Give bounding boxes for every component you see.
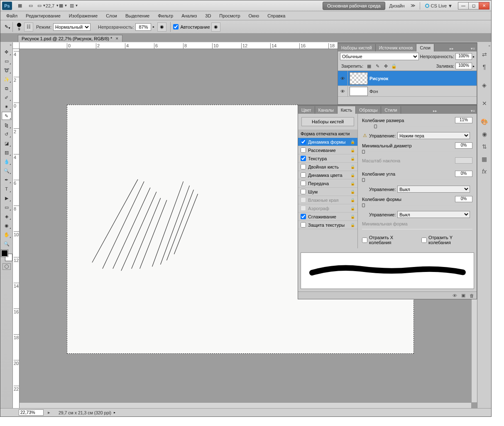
roundness-jitter-value[interactable]: 0% bbox=[455, 196, 472, 202]
tab-styles[interactable]: Стили bbox=[381, 106, 401, 114]
min-diameter-value[interactable]: 0% bbox=[455, 142, 472, 149]
lock-all-icon[interactable]: 🔒 bbox=[391, 63, 397, 69]
extras-dropdown[interactable]: ▥▼ bbox=[69, 2, 78, 10]
angle-control-select[interactable]: Выкл bbox=[397, 186, 470, 193]
brush-category-item[interactable]: Влажные края🔒 bbox=[298, 196, 357, 204]
size-jitter-value[interactable]: 11% bbox=[455, 117, 472, 123]
tool-preset-dropdown[interactable]: ✎▼ bbox=[5, 24, 8, 29]
3d-tool[interactable]: ◈ bbox=[2, 212, 12, 220]
styles-icon[interactable]: fx bbox=[479, 166, 490, 176]
menu-analysis[interactable]: Анализ bbox=[177, 12, 201, 19]
crop-tool[interactable]: ⧉ bbox=[2, 84, 12, 93]
flip-x-checkbox[interactable]: Отразить X колебания bbox=[362, 235, 413, 245]
menu-image[interactable]: Изображение bbox=[65, 12, 102, 19]
color-swatches[interactable] bbox=[1, 250, 12, 261]
brush-presets-button[interactable]: Наборы кистей bbox=[301, 117, 354, 126]
blend-mode-select[interactable]: Нормальный bbox=[53, 23, 91, 31]
layer-visibility-icon[interactable]: 👁 bbox=[338, 86, 348, 96]
layer-row[interactable]: 👁 Фон bbox=[338, 86, 477, 97]
layers-panel-menu-icon[interactable]: ▾≡ bbox=[469, 46, 477, 51]
bridge-icon[interactable]: ▦ bbox=[15, 2, 24, 10]
zoom-level-dropdown[interactable]: 22,7▼ bbox=[48, 2, 57, 10]
blend-mode-dropdown[interactable]: Обычные bbox=[340, 53, 419, 60]
menu-layer[interactable]: Слои bbox=[102, 12, 121, 19]
adjustments-icon[interactable]: ⇄ bbox=[479, 49, 490, 59]
brush-category-item[interactable]: Защита текстуры🔒 bbox=[298, 221, 357, 229]
menu-select[interactable]: Выделение bbox=[121, 12, 154, 19]
history-brush-tool[interactable]: ↺ bbox=[2, 130, 12, 138]
type-tool[interactable]: T bbox=[2, 185, 12, 193]
horizontal-scrollbar[interactable] bbox=[20, 402, 471, 408]
tools-icon[interactable]: ✕ bbox=[479, 98, 490, 108]
links-icon[interactable]: ⇅ bbox=[479, 142, 490, 152]
tab-brush-presets[interactable]: Наборы кистей bbox=[338, 44, 376, 51]
path-select-tool[interactable]: ▶ bbox=[2, 194, 12, 202]
more-workspaces-icon[interactable]: ≫ bbox=[408, 3, 418, 8]
zoom-status-input[interactable]: 22,73% bbox=[19, 409, 44, 416]
arrange-docs-dropdown[interactable]: ▦▼ bbox=[59, 2, 68, 10]
cslive-dropdown[interactable]: CS Live▼ bbox=[422, 3, 456, 8]
menu-help[interactable]: Справка bbox=[263, 12, 289, 19]
foreground-color-swatch[interactable] bbox=[1, 250, 8, 257]
menu-edit[interactable]: Редактирование bbox=[22, 12, 65, 19]
layer-thumbnail[interactable] bbox=[350, 87, 368, 96]
fill-input[interactable]: 100% bbox=[455, 63, 472, 69]
blur-tool[interactable]: 💧 bbox=[2, 157, 12, 166]
layer-thumbnail[interactable] bbox=[350, 72, 368, 85]
document-tab[interactable]: Рисунок 1.psd @ 22,7% (Рисунок, RGB/8) *… bbox=[18, 35, 122, 42]
tab-color[interactable]: Цвет bbox=[298, 106, 315, 114]
brush-panel-expand-icon[interactable]: ▸▸ bbox=[431, 108, 439, 114]
tab-channels[interactable]: Каналы bbox=[315, 106, 338, 114]
new-brush-icon[interactable]: ▣ bbox=[461, 293, 465, 298]
brush-category-item[interactable]: Шум🔒 bbox=[298, 188, 357, 196]
tab-brush[interactable]: Кисть bbox=[338, 106, 356, 114]
move-tool[interactable]: ✥ bbox=[2, 48, 12, 56]
eraser-tool[interactable]: ◪ bbox=[2, 139, 12, 147]
opacity-input[interactable] bbox=[135, 23, 151, 31]
3d-camera-tool[interactable]: ◉ bbox=[2, 221, 12, 230]
dodge-tool[interactable]: 🔍 bbox=[2, 166, 12, 175]
vertical-ruler[interactable]: 420246810121416182022 bbox=[13, 49, 20, 408]
eyedropper-tool[interactable]: ✐ bbox=[2, 93, 12, 102]
lasso-tool[interactable]: ➰ bbox=[2, 66, 12, 74]
roundness-control-select[interactable]: Выкл bbox=[397, 211, 470, 218]
brush-category-item[interactable]: Текстура🔒 bbox=[298, 154, 357, 163]
menu-view[interactable]: Просмотр bbox=[215, 12, 244, 19]
color-icon[interactable]: 🎨 bbox=[479, 117, 490, 127]
tablet-size-icon[interactable]: ◉ bbox=[211, 22, 220, 32]
toolbox-collapse-icon[interactable]: » bbox=[0, 43, 12, 47]
pencil-tool[interactable]: ✎ bbox=[2, 112, 12, 120]
brush-category-item[interactable]: Сглаживание🔒 bbox=[298, 213, 357, 221]
stamp-tool[interactable]: ⧎ bbox=[2, 121, 12, 129]
design-workspace-button[interactable]: Дизайн bbox=[387, 2, 407, 10]
roundness-jitter-slider[interactable] bbox=[362, 203, 472, 207]
tab-close-icon[interactable]: ✕ bbox=[115, 37, 119, 41]
flip-y-checkbox[interactable]: Отразить Y колебания bbox=[421, 235, 472, 245]
close-button[interactable]: ✕ bbox=[479, 2, 489, 10]
hand-tool[interactable]: ✋ bbox=[2, 230, 12, 239]
tab-clone-source[interactable]: Источник клонов bbox=[376, 44, 417, 51]
lock-pixels-icon[interactable]: ✎ bbox=[374, 63, 380, 69]
brush-category-item[interactable]: Динамика цвета🔒 bbox=[298, 171, 357, 179]
pen-tool[interactable]: ✒ bbox=[2, 176, 12, 184]
brush-category-item[interactable]: Форма отпечатка кисти bbox=[298, 130, 357, 138]
maximize-button[interactable]: ◻ bbox=[468, 2, 479, 10]
size-control-select[interactable]: Нажим пера bbox=[397, 132, 470, 139]
tab-swatches[interactable]: Образцы bbox=[356, 106, 381, 114]
brush-preset-picker[interactable]: 9 bbox=[17, 23, 21, 31]
brush-category-item[interactable]: Передача🔒 bbox=[298, 179, 357, 188]
angle-jitter-slider[interactable] bbox=[362, 178, 472, 181]
shape-tool[interactable]: ▭ bbox=[2, 203, 12, 211]
menu-file[interactable]: Файл bbox=[2, 12, 22, 19]
workspace-button[interactable]: Основная рабочая среда bbox=[323, 2, 385, 10]
lock-transparency-icon[interactable]: ▦ bbox=[366, 63, 372, 69]
brush-category-item[interactable]: Рассеивание🔒 bbox=[298, 146, 357, 154]
tablet-opacity-icon[interactable]: ◉ bbox=[157, 22, 166, 32]
zoom-tool[interactable]: 🔍 bbox=[2, 240, 12, 248]
right-collapse-icon[interactable]: « bbox=[477, 44, 491, 48]
auto-erase-checkbox[interactable]: Автостирание bbox=[173, 24, 210, 29]
swatches-icon[interactable]: ▦ bbox=[479, 154, 490, 164]
gradient-tool[interactable]: ▨ bbox=[2, 148, 12, 157]
paragraph-icon[interactable]: ¶ bbox=[479, 62, 490, 72]
brush-category-item[interactable]: Динамика формы🔒 bbox=[298, 138, 357, 146]
